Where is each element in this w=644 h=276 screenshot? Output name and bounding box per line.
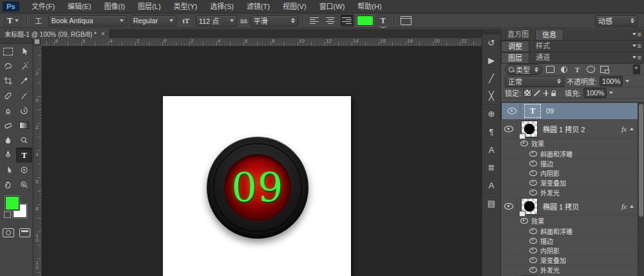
font-style-select[interactable]: Regular [130, 15, 176, 26]
tab-adjustments[interactable]: 调整 [501, 41, 529, 52]
custom-shape-tool[interactable] [16, 163, 32, 177]
effect-row[interactable]: 渐变叠加 [501, 255, 644, 265]
effect-row[interactable]: 外发光 [501, 188, 644, 197]
effect-visibility-icon[interactable] [529, 267, 537, 273]
document-tab[interactable]: 未标题-1 @ 100% (09, RGB/8) * × [0, 29, 110, 38]
type-tool-preset[interactable]: T [4, 15, 22, 27]
history-brush-tool[interactable] [16, 103, 32, 118]
layer-visibility-icon[interactable] [504, 126, 513, 132]
clone-stamp-tool[interactable] [0, 103, 16, 118]
actions-panel-icon[interactable]: ▶ [482, 52, 500, 69]
character-panel-icon[interactable]: A [482, 141, 500, 159]
crop-tool[interactable] [0, 74, 16, 88]
menu-item-edit[interactable]: 编辑(E) [62, 1, 97, 13]
effect-row[interactable]: 描边 [501, 159, 644, 168]
blur-tool[interactable] [0, 133, 16, 148]
quick-mask-icon[interactable] [3, 228, 14, 237]
move-tool[interactable] [16, 44, 32, 59]
gradient-tool[interactable] [16, 118, 32, 133]
text-layer-thumbnail[interactable]: T [524, 104, 541, 118]
tab-channels[interactable]: 通道 [529, 52, 556, 63]
pen-tool[interactable] [0, 148, 16, 163]
ruler-origin[interactable] [33, 38, 41, 46]
blend-mode-select[interactable]: 正常 [505, 76, 564, 87]
layer-name[interactable]: 椭圆 1 拷贝 [543, 201, 621, 212]
close-icon[interactable]: × [101, 30, 105, 37]
font-size-select[interactable]: 112 点 [196, 15, 237, 26]
tab-histogram[interactable]: 直方图 [501, 29, 535, 40]
pixel-layer-filter-icon[interactable] [545, 65, 556, 74]
clone-source-panel-icon[interactable]: ⊕ [482, 104, 500, 123]
fill-value[interactable]: 100% [583, 88, 607, 98]
menu-item-file[interactable]: 文件(F) [26, 1, 61, 13]
layer-name[interactable]: 09 [546, 107, 633, 115]
eyedropper-tool[interactable] [16, 74, 32, 88]
vertical-ruler[interactable]: 2024681012 [33, 46, 42, 276]
shape-layer-filter-icon[interactable] [585, 65, 596, 74]
effects-header[interactable]: 效果 [501, 139, 644, 149]
tab-layers[interactable]: 图层 [501, 52, 529, 63]
tab-info[interactable]: 信息 [535, 29, 564, 40]
foreground-color-swatch[interactable] [5, 196, 19, 210]
zoom-tool[interactable] [16, 177, 32, 192]
type-layer-filter-icon[interactable]: T [572, 65, 583, 74]
effect-visibility-icon[interactable] [529, 228, 537, 234]
filter-toggle-icon[interactable] [633, 64, 640, 74]
character-styles-panel-icon[interactable]: A [482, 176, 500, 194]
layer-visibility-icon[interactable] [504, 203, 513, 210]
scrollbar-thumb[interactable] [639, 104, 643, 217]
lock-all-icon[interactable] [551, 93, 556, 96]
rectangular-marquee-tool[interactable] [0, 44, 16, 59]
panel-menu-icon[interactable]: ≡ [632, 54, 641, 61]
menu-item-type[interactable]: 类型(Y) [168, 1, 204, 13]
lasso-tool[interactable] [0, 59, 16, 74]
effect-visibility-icon[interactable] [529, 190, 537, 195]
effect-visibility-icon[interactable] [529, 161, 537, 166]
document-canvas[interactable]: 09 [163, 96, 351, 276]
smart-object-filter-icon[interactable] [599, 65, 610, 74]
type-tool[interactable]: T [16, 148, 32, 163]
menu-item-help[interactable]: 帮助(H) [352, 1, 387, 13]
collapse-effects-icon[interactable] [630, 205, 634, 208]
history-panel-icon[interactable]: ↺ [482, 34, 500, 52]
layer-row-椭圆 1 拷贝 2[interactable]: 椭圆 1 拷贝 2fx [501, 120, 644, 139]
effect-row[interactable]: 内阴影 [501, 246, 644, 255]
spot-healing-tool[interactable] [0, 88, 16, 103]
effect-visibility-icon[interactable] [529, 180, 537, 186]
text-color-swatch[interactable] [357, 15, 374, 26]
horizontal-ruler[interactable]: 8642024681012141618202224 [41, 38, 482, 46]
effect-row[interactable]: 外发光 [501, 265, 644, 275]
tab-styles[interactable]: 样式 [529, 41, 556, 52]
effect-row[interactable]: 斜面和浮雕 [501, 226, 644, 236]
menu-item-view[interactable]: 视图(V) [277, 1, 312, 13]
layer-row-椭圆 1 拷贝[interactable]: 椭圆 1 拷贝fx [501, 197, 644, 216]
tool-presets-panel-icon[interactable]: ╳ [482, 87, 500, 104]
opacity-value[interactable]: 100% [600, 76, 623, 86]
lock-transparency-icon[interactable] [524, 89, 531, 97]
lock-position-icon[interactable] [543, 90, 549, 96]
paragraph-panel-icon[interactable]: ¶ [482, 123, 500, 141]
filter-type-select[interactable]: 类型 [505, 64, 542, 75]
collapse-effects-icon[interactable] [630, 128, 634, 130]
toolbox-grip[interactable] [0, 38, 33, 44]
menu-item-image[interactable]: 图像(I) [99, 1, 131, 13]
screen-mode-icon[interactable] [19, 228, 30, 237]
layer-visibility-icon[interactable] [507, 108, 516, 114]
default-colors-icon[interactable] [4, 212, 11, 218]
brush-presets-panel-icon[interactable]: ╱ [482, 69, 500, 87]
path-selection-tool[interactable] [0, 163, 16, 177]
hand-tool[interactable] [0, 177, 16, 192]
effect-row[interactable]: 渐变叠加 [501, 178, 644, 188]
paragraph-styles-panel-icon[interactable]: ≣ [482, 159, 500, 176]
canvas-area[interactable]: 8642024681012141618202224 2024681012 09 [33, 38, 482, 276]
layer-row-09[interactable]: T09 [501, 102, 644, 120]
warp-text-button[interactable]: T [377, 15, 390, 26]
anti-alias-select[interactable]: 平滑 [251, 15, 298, 26]
effect-visibility-icon[interactable] [529, 238, 537, 244]
effect-visibility-icon[interactable] [529, 151, 537, 157]
effects-header[interactable]: 效果 [501, 216, 644, 226]
notes-panel-icon[interactable]: ▤ [482, 194, 500, 212]
effect-visibility-icon[interactable] [529, 248, 537, 253]
magic-wand-tool[interactable] [16, 59, 32, 74]
menu-item-filter[interactable]: 滤镜(T) [241, 1, 276, 13]
